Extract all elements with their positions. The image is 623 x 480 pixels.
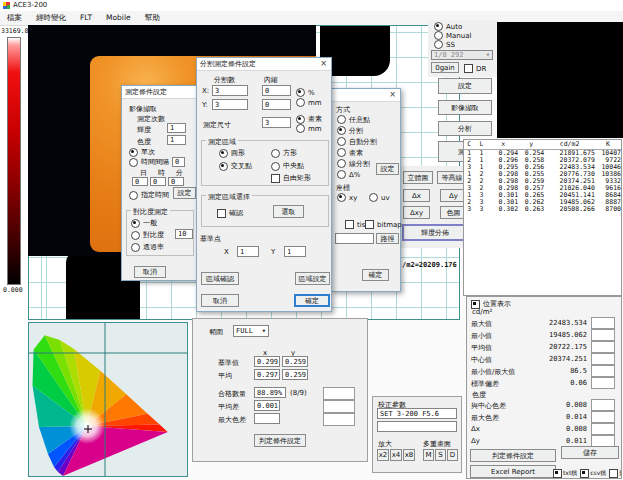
menu-item-1[interactable]: 經時變化 [29,11,73,25]
mm2-radio[interactable]: mm [296,124,322,133]
preview-image[interactable] [497,22,623,138]
mm-radio-circle[interactable] [296,98,305,107]
method-option-0[interactable]: 任意點 [337,114,397,125]
frag-checkbox-box[interactable] [345,220,354,229]
multiview-D-button[interactable]: D [447,449,458,461]
specified-time-radio[interactable]: 指定時間 [129,190,169,200]
file-check-box[interactable] [609,469,618,478]
confirm-checkbox-box[interactable] [217,209,226,218]
interval-radio[interactable]: 時間間隔 0 [129,157,185,167]
freerect-checkbox[interactable]: 自由矩形 [271,173,311,183]
close-icon[interactable]: × [317,59,330,69]
contrast-value-field[interactable]: 10 [175,229,193,239]
method-option-2[interactable]: 自動分割 [337,136,397,147]
x-div-field[interactable]: 3 [212,85,248,96]
zoom-x4-button[interactable]: x4 [390,449,402,461]
ref-x-field[interactable]: 0.299 [254,356,280,367]
time-set-button[interactable]: 設定 [173,187,196,199]
method-radio-circle[interactable] [337,170,346,179]
area-confirm-button[interactable]: 區域確認 [201,272,239,285]
specified-time-radio-circle[interactable] [129,191,138,200]
min-field[interactable]: 0 [168,177,184,186]
zoom-x8-button[interactable]: x8 [403,449,415,461]
freerect-checkbox-box[interactable] [271,174,280,183]
size-field[interactable]: 3 [262,117,291,128]
delta-x-button[interactable]: Δx [403,189,430,202]
path-field[interactable] [335,233,374,244]
center-radio-circle[interactable] [271,162,280,171]
dialog-method-titlebar[interactable]: × [332,89,400,102]
confirm-checkbox[interactable]: 確認 [217,208,243,218]
method-radio-circle[interactable] [337,137,346,146]
bitmap-checkbox-box[interactable] [365,220,374,229]
path-button[interactable]: 路徑 [376,233,399,244]
delta-xy-button[interactable]: Δxy [403,206,430,219]
xy-radio-circle[interactable] [337,193,346,202]
range-dropdown[interactable]: FULL▾ [233,325,269,337]
mm-radio[interactable]: mm [296,98,322,107]
pixel-radio[interactable]: 畫素 [296,114,322,124]
close-icon[interactable]: × [386,90,399,100]
square-radio[interactable]: 方形 [271,148,297,158]
shutter-dropdown[interactable]: 1/8 292▾ [431,50,493,60]
split-ok-button[interactable]: 確定 [294,294,330,307]
base-y-field[interactable]: 1 [284,246,306,257]
exposure-mode-auto[interactable]: Auto [434,22,462,31]
dr-checkbox-box[interactable] [464,64,473,73]
dr-checkbox[interactable]: DR [464,64,486,73]
method-radio-circle[interactable] [337,126,346,135]
area-set-button[interactable]: 區域設定 [295,272,330,285]
method-radio-circle[interactable] [337,148,346,157]
xy-radio[interactable]: xy [337,193,357,202]
cross-radio[interactable]: 交叉點 [219,161,252,171]
method-option-1[interactable]: 分割 [337,125,397,136]
exposure-mode-manual[interactable]: Manual [434,31,471,40]
menu-item-0[interactable]: 檔案 [0,11,29,25]
excel-report-button[interactable]: Excel Report [470,465,556,478]
analyze-button[interactable]: 分析 [438,121,492,136]
general-radio[interactable]: 一般 [131,218,157,228]
file-check-csv檔[interactable]: csv檔 [580,467,606,479]
exposure-radio-circle[interactable] [434,22,443,31]
file-check-影像檔[interactable]: 影像檔 [609,467,622,479]
contrast-radio-circle[interactable] [131,231,140,240]
dialog-split-titlebar[interactable]: 分割測定條件設定 × [197,58,331,71]
split-cancel-button[interactable]: 取消 [201,294,239,307]
y-inset-field[interactable]: 0 [262,99,291,110]
file-check-box[interactable] [580,469,589,478]
cie-diagram-panel[interactable] [28,322,188,477]
ref-y-field[interactable]: 0.259 [282,356,308,367]
avg-y-field[interactable]: 0.259 [282,369,308,380]
square-radio-circle[interactable] [271,149,280,158]
transmit-radio[interactable]: 透過率 [131,242,164,252]
general-radio-circle[interactable] [131,219,140,228]
contrast-radio[interactable]: 對比度 [131,230,164,240]
gain-button[interactable]: 0gain [431,62,459,73]
single-radio-circle[interactable] [129,148,138,157]
circle-radio-circle[interactable] [219,149,228,158]
table-row[interactable]: 330.3020.26320508.2668700 [464,206,621,213]
hour-field[interactable]: 0 [150,177,166,186]
method-ok-button[interactable]: 確定 [362,269,389,281]
method-radio-circle[interactable] [337,159,346,168]
menu-item-4[interactable]: 幫助 [138,11,167,25]
bitmap-checkbox[interactable]: bitmap [365,220,402,229]
uv-radio-circle[interactable] [369,193,378,202]
method-radio-circle[interactable] [337,115,346,124]
single-radio[interactable]: 單次 [129,147,155,157]
chroma-count-field[interactable]: 1 [167,135,186,145]
pick-button[interactable]: 選取 [273,205,304,218]
method-set-button[interactable]: 設定 [376,163,399,175]
view-3d-button[interactable]: 立體圖 [403,171,433,184]
menu-item-3[interactable]: Mobile [99,11,138,25]
exposure-mode-ss[interactable]: SS [434,40,455,49]
capture-button[interactable]: 影像擷取 [438,100,492,115]
interval-field[interactable]: 0 [172,157,185,167]
percent-radio[interactable]: % [296,88,315,97]
luminance-dist-button[interactable]: 輝度分佈 [402,224,468,241]
dialog-measure-titlebar[interactable]: 測定條件設定 [122,86,196,99]
circle-radio[interactable]: 圓形 [219,148,245,158]
multiview-S-button[interactable]: S [435,449,446,461]
measurement-table[interactable]: CLxycd/m2K 110.2940.25421891.67510407210… [463,139,622,296]
range-judge-button[interactable]: 判定條件設定 [254,434,306,447]
